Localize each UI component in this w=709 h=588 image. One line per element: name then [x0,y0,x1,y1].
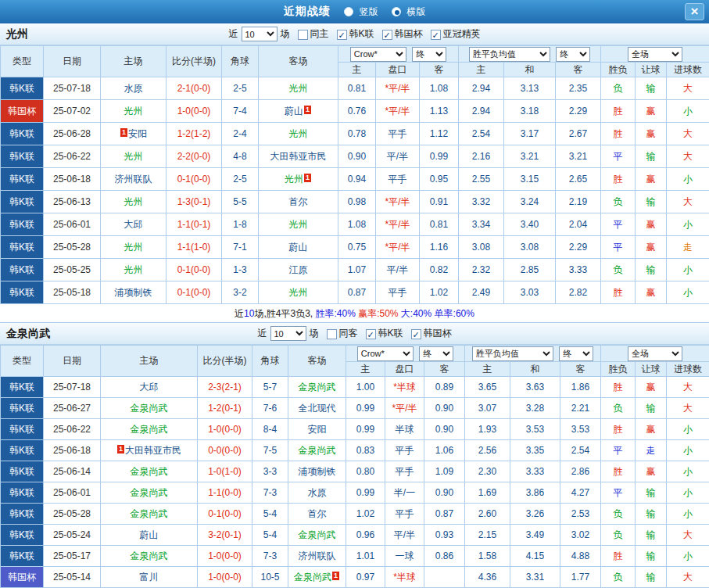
checkbox-icon[interactable]: ✓ [411,329,421,339]
match-date-cell: 25-06-22 [44,145,101,168]
euro-home-cell: 2.30 [465,461,510,482]
team-cell: 全北现代 [288,398,346,419]
games-label: 场 [280,27,289,41]
filter-checkbox-label: 韩K联 [349,28,374,39]
euro-draw-cell: 3.17 [504,123,556,145]
filter-controls: 近 10 场 ✓同主✓韩K联✓韩国杯✓亚冠精英 [228,27,480,41]
team-cell: 光州1 [259,168,338,191]
wdl-result-cell: 负 [601,259,636,281]
filter-checkbox[interactable]: ✓韩国杯 [374,28,423,39]
ah-home-odds-cell: 1.00 [346,377,385,398]
odds-company-select[interactable]: Crow* [350,47,406,62]
vertical-radio[interactable] [344,7,353,16]
score-cell: 0-1(0-0) [167,281,222,304]
ah-line-cell: 平/半 [376,145,420,168]
ah-away-odds-cell [424,567,465,588]
col-away: 客场 [259,46,338,77]
team-text: 金泉尚武 [299,382,336,393]
team-cell: 金泉尚武 [101,398,198,419]
checkbox-icon[interactable]: ✓ [336,30,346,40]
wdl-result-cell: 平 [601,145,636,168]
europe-stage-select[interactable]: 终 [559,346,593,361]
team-cell: 光州 [101,259,167,281]
team-section-home: 光州 近 10 场 ✓同主✓韩K联✓韩国杯✓亚冠精英 类型 日期 [0,23,709,323]
filter-checkbox[interactable]: ✓同客 [318,328,357,339]
team-text: 金泉尚武 [131,466,168,477]
match-date-cell: 25-05-28 [44,504,101,525]
match-row: 韩K联25-06-22光州2-2(0-0)4-8大田韩亚市民0.90平/半0.9… [1,145,709,168]
filter-checkbox-label: 同客 [338,328,357,339]
handicap-result-cell: 输 [636,191,667,213]
stats-summary: 近10场,胜4平3负3, 胜率:40% 赢率:50% 大:40% 单率:60% [0,304,709,323]
league-type-cell: 韩K联 [1,398,44,419]
checkbox-icon[interactable]: ✓ [382,30,392,40]
checkbox-icon[interactable]: ✓ [365,329,375,339]
handicap-result-cell: 赢 [636,236,667,259]
scope-select[interactable]: 全场 [628,47,682,62]
scope-select[interactable]: 全场 [628,346,682,361]
goals-result-cell: 小 [667,546,709,567]
checkbox-icon[interactable]: ✓ [326,329,336,339]
ah-line-cell: 平手 [385,504,424,525]
handicap-result-cell: 走 [636,440,667,461]
team-text: 金泉尚武 [131,487,168,498]
team-text: 金泉尚武 [299,445,336,456]
score-cell: 0-0(0-0) [198,440,252,461]
match-date-cell: 25-06-01 [44,213,101,236]
layout-option-vertical[interactable]: 竖版 [336,6,381,17]
goals-result-cell: 小 [667,504,709,525]
odds-company-select[interactable]: Crow* [357,346,414,361]
filter-checkbox[interactable]: ✓亚冠精英 [423,28,481,39]
near-label: 近 [257,327,267,340]
euro-away-cell: 1.86 [560,377,601,398]
col-home: 主场 [101,346,198,377]
score-cell: 1-2(1-2) [167,123,222,145]
euro-draw-cell: 3.49 [510,525,560,546]
team-text: 安阳 [128,128,147,139]
ah-line-cell: *平/半 [376,100,420,123]
layout-option-horizontal[interactable]: 横版 [384,6,425,17]
odds-stage-select[interactable]: 终 [412,47,446,62]
ah-away-odds-cell: 0.87 [424,504,465,525]
close-button[interactable]: × [685,3,704,20]
ah-home-odds-cell: 0.75 [338,236,376,259]
europe-odds-select[interactable]: 胜平负均值 [472,346,553,361]
team-cell: 首尔 [288,504,346,525]
checkbox-icon[interactable]: ✓ [297,30,307,40]
filter-checkbox[interactable]: ✓韩国杯 [403,328,452,339]
corner-cell: 2-5 [222,77,259,100]
corner-cell: 1-3 [222,259,259,281]
europe-stage-select[interactable]: 终 [556,47,590,62]
team-text: 蔚山 [285,106,303,117]
ah-home-odds-cell: 0.99 [346,419,385,440]
euro-home-cell: 2.60 [465,504,510,525]
europe-odds-select[interactable]: 胜平负均值 [469,47,550,62]
euro-home-cell: 3.65 [465,377,510,398]
recent-count-select[interactable]: 10 [270,326,306,341]
recent-count-select[interactable]: 10 [241,27,277,41]
match-date-cell: 25-06-18 [44,168,101,191]
checkbox-icon[interactable]: ✓ [431,30,441,40]
ah-home-odds-cell: 0.78 [338,123,376,145]
matches-table: 类型 日期 主场 比分(半场) 角球 客场 Crow* 终 胜平负均值 终 [0,345,709,588]
filter-checkbox[interactable]: ✓同主 [289,28,328,39]
league-type-cell: 韩K联 [1,213,44,236]
filter-checkbox[interactable]: ✓韩K联 [328,28,374,39]
match-row: 韩K联25-06-27金泉尚武1-2(0-1)7-6全北现代0.99*平/半0.… [1,398,709,419]
euro-away-cell: 2.67 [556,123,601,145]
corner-cell: 7-3 [252,482,288,504]
score-cell: 1-1(0-1) [167,213,222,236]
red-card-badge: 1 [120,128,127,137]
euro-draw-cell: 3.08 [504,236,556,259]
col-eu-draw: 和 [510,362,560,377]
goals-result-cell: 大 [667,145,709,168]
odds-stage-select[interactable]: 终 [419,346,453,361]
handicap-result-cell: 赢 [636,100,667,123]
team-section-away: 金泉尚武 近 10 场 ✓同客✓韩K联✓韩国杯 类型 日期 [0,323,709,588]
match-row: 韩K联25-06-01金泉尚武1-1(0-0)7-3水原0.99半/一0.901… [1,482,709,504]
horizontal-radio[interactable] [392,7,401,16]
euro-away-cell: 1.77 [560,567,601,588]
team-text: 济州联队 [115,174,152,185]
euro-away-cell: 2.35 [556,77,601,100]
filter-checkbox[interactable]: ✓韩K联 [357,328,403,339]
